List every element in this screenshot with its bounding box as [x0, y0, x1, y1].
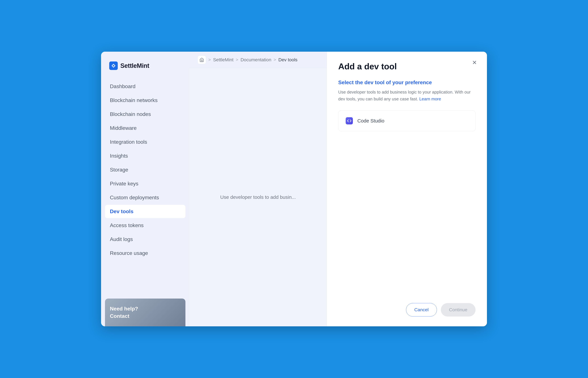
breadcrumb-sep-3: >	[274, 57, 276, 62]
modal-subtitle: Select the dev tool of your preference	[338, 80, 476, 85]
learn-more-link[interactable]: Learn more	[419, 96, 441, 101]
home-icon-button[interactable]	[198, 55, 206, 64]
modal-description: Use developer tools to add business logi…	[338, 89, 476, 102]
sidebar-item-integration-tools[interactable]: Integration tools	[105, 135, 186, 148]
sidebar-item-blockchain-nodes[interactable]: Blockchain nodes	[105, 108, 186, 121]
modal-panel: Add a dev tool Select the dev tool of yo…	[327, 52, 487, 326]
breadcrumb-current: Dev tools	[278, 57, 297, 62]
sidebar-item-private-keys[interactable]: Private keys	[105, 177, 186, 190]
sidebar: SettleMint Dashboard Blockchain networks…	[101, 52, 189, 326]
cancel-button[interactable]: Cancel	[406, 303, 437, 317]
top-bar: > SettleMint > Documentation > Dev tools	[189, 52, 327, 68]
breadcrumb-settlemint[interactable]: SettleMint	[213, 57, 233, 62]
sidebar-item-storage[interactable]: Storage	[105, 163, 186, 176]
main-content: > SettleMint > Documentation > Dev tools…	[189, 52, 327, 326]
sidebar-item-insights[interactable]: Insights	[105, 149, 186, 162]
modal-actions: Cancel Continue	[338, 303, 476, 317]
sidebar-item-access-tokens[interactable]: Access tokens	[105, 219, 186, 232]
sidebar-help: Need help? Contact	[105, 298, 186, 326]
sidebar-item-dev-tools[interactable]: Dev tools	[105, 205, 186, 218]
settlemint-logo-icon	[109, 61, 118, 70]
sidebar-nav: Dashboard Blockchain networks Blockchain…	[101, 80, 189, 295]
breadcrumb-sep-2: >	[236, 57, 238, 62]
sidebar-item-blockchain-networks[interactable]: Blockchain networks	[105, 94, 186, 107]
sidebar-item-resource-usage[interactable]: Resource usage	[105, 246, 186, 260]
continue-button: Continue	[441, 303, 476, 317]
app-window: SettleMint Dashboard Blockchain networks…	[101, 52, 487, 326]
code-studio-option[interactable]: Code Studio	[338, 110, 476, 131]
logo-area: SettleMint	[101, 61, 189, 80]
modal-title: Add a dev tool	[338, 61, 476, 71]
page-body: Use developer tools to add busin...	[189, 68, 327, 326]
page-description: Use developer tools to add busin...	[220, 194, 296, 200]
sidebar-item-custom-deployments[interactable]: Custom deployments	[105, 191, 186, 204]
logo-text: SettleMint	[120, 62, 149, 69]
sidebar-item-audit-logs[interactable]: Audit logs	[105, 233, 186, 246]
breadcrumb-documentation[interactable]: Documentation	[241, 57, 271, 62]
code-studio-icon	[345, 117, 354, 125]
breadcrumb: > SettleMint > Documentation > Dev tools	[198, 55, 297, 64]
breadcrumb-sep-1: >	[208, 57, 211, 62]
sidebar-item-middleware[interactable]: Middleware	[105, 122, 186, 135]
code-studio-label: Code Studio	[358, 118, 384, 124]
close-button[interactable]	[470, 58, 479, 67]
sidebar-help-text: Need help? Contact	[110, 305, 181, 320]
sidebar-item-dashboard[interactable]: Dashboard	[105, 80, 186, 93]
